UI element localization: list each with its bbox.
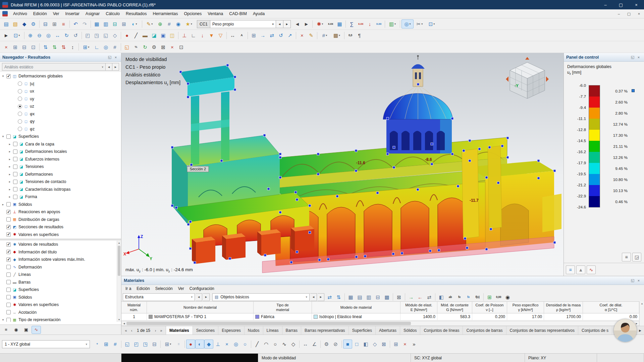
view-xy-icon[interactable]: ◰ [83, 31, 92, 40]
shadow-icon[interactable]: ◧ [361, 340, 370, 349]
dimension-icon[interactable]: ↔ [228, 31, 237, 40]
load-case-combo[interactable]: Peso propio▾ [210, 20, 276, 28]
color-scale-icon[interactable]: ▥ [386, 19, 398, 28]
load-case-next-button[interactable]: ► [283, 20, 291, 28]
tree-item[interactable]: ✱ Valores en superficies [0, 231, 121, 239]
tree-splitter[interactable] [0, 239, 121, 240]
select-icon[interactable]: ► [2, 31, 11, 40]
selection-lock-icon[interactable]: ⊘ [331, 340, 340, 349]
new-surface-icon[interactable]: ◪ [150, 31, 159, 40]
refresh-icon[interactable]: ↻ [141, 43, 150, 52]
menu-item[interactable]: Configuración [187, 286, 217, 291]
tool-icon[interactable] [340, 341, 343, 348]
expand-arrow-icon[interactable]: ▸ [7, 188, 12, 191]
prev-load-case-icon[interactable]: ◄ [293, 19, 302, 28]
grid-icon[interactable]: ⊞ [119, 19, 128, 28]
tool-icon[interactable] [80, 32, 83, 39]
menu-item[interactable]: Edición [30, 9, 50, 18]
table-category-combo[interactable]: ▤Objetos básicos▾ [212, 293, 310, 301]
load-case-prev-button[interactable]: ◄ [276, 20, 283, 28]
expand-arrow-icon[interactable]: ▸ [1, 203, 5, 206]
select-intersect-icon[interactable]: ⊟ [20, 43, 29, 52]
close-panel-icon[interactable]: × [636, 279, 642, 283]
osnap-settings-icon[interactable]: ⚙ [322, 340, 331, 349]
child-minimize-button[interactable]: – [614, 12, 624, 16]
view-mode-icon[interactable]: ◧ [437, 293, 446, 302]
table-color-icon[interactable]: ▥ [364, 293, 373, 302]
cad-line-icon[interactable]: ╱ [253, 340, 262, 349]
float-panel-icon[interactable]: ◱ [630, 55, 636, 59]
tree-item[interactable]: ▸ ◪ Cara de la capa [0, 140, 121, 148]
tree-item-checkbox[interactable] [13, 142, 17, 146]
table-sync2-icon[interactable]: ⇅ [334, 293, 343, 302]
select-previous-icon[interactable]: ⊡ [29, 43, 38, 52]
table-tab[interactable]: Conjuntos de s [578, 326, 612, 335]
loads-icon[interactable]: ↓ [365, 19, 374, 28]
block-icon[interactable]: ▩ [331, 31, 343, 40]
table-horizontal-scrollbar[interactable]: ◄ ► [121, 321, 639, 326]
snap-grid-icon[interactable]: ⊞ [80, 43, 92, 52]
nav-tab-display-icon[interactable]: ◉ [11, 326, 21, 334]
column-header[interactable]: Densidad de la masaρ [kg/m³] [544, 302, 583, 313]
line-grid-icon[interactable]: # [319, 31, 331, 40]
calculate-all-icon[interactable]: ∑ [347, 19, 356, 28]
column-header[interactable]: Peso específicoγ [kN/m³] [507, 302, 544, 313]
expand-arrow-icon[interactable]: ▾ [1, 318, 5, 321]
tool-icon[interactable] [68, 20, 71, 28]
visibility-icon[interactable]: ◉ [174, 19, 183, 28]
delete-guides-icon[interactable]: × [168, 43, 177, 52]
object-snap-mid-icon[interactable]: ◐ [195, 340, 204, 349]
expand-arrow-icon[interactable]: ▸ [7, 180, 12, 183]
tool-icon[interactable] [398, 20, 401, 28]
tree-item[interactable]: ▸ ◪ Tensiones [0, 163, 121, 171]
panel-scale-icon[interactable]: ▲ [576, 265, 585, 274]
section-plane-icon[interactable]: ⊟ [110, 19, 119, 28]
tree-item[interactable]: ▾ ◫ Deformaciones globales [0, 72, 121, 80]
grid-points-icon[interactable]: :: [174, 340, 183, 349]
import-icon[interactable]: ← [416, 293, 425, 302]
lock-y-icon[interactable]: ⇅ [50, 43, 59, 52]
tabs-scroll-right-icon[interactable]: ► [638, 328, 643, 333]
lock-x-icon[interactable]: ⇅ [41, 43, 50, 52]
menu-item[interactable]: Ir a [123, 286, 134, 291]
table-tab[interactable]: Líneas [263, 326, 282, 335]
tool-icon[interactable] [482, 293, 485, 301]
table-tab[interactable]: Secciones [193, 326, 218, 335]
table-tab[interactable]: Barras [282, 326, 301, 335]
tool-icon[interactable] [89, 20, 92, 28]
tree-item-checkbox[interactable] [6, 225, 11, 229]
first-table-icon[interactable]: « [123, 328, 128, 333]
tree-item[interactable]: ◻ φy [0, 118, 121, 125]
expand-arrow-icon[interactable]: ▸ [7, 173, 12, 176]
tree-item[interactable]: ▣ Sólidos [0, 294, 117, 301]
expand-arrow-icon[interactable]: ▸ [7, 150, 12, 153]
table-tab[interactable]: Sólidos [400, 326, 420, 335]
tree-item-checkbox[interactable] [6, 217, 11, 222]
tree-item-checkbox[interactable] [6, 303, 11, 307]
tree-item-checkbox[interactable] [13, 157, 17, 161]
tree-item[interactable]: ◆ Información del título [0, 248, 117, 256]
table-layout-icon[interactable]: ▥ [101, 19, 110, 28]
snap-icon[interactable]: + [93, 340, 102, 349]
open-file-icon[interactable]: ▧ [11, 19, 20, 28]
fx-icon[interactable]: fx [455, 293, 464, 302]
tree-item[interactable]: ◻ |u| [0, 80, 121, 88]
tree-item[interactable]: ◻ uy [0, 95, 121, 103]
tree-item-checkbox[interactable] [6, 74, 11, 78]
print-table-icon[interactable]: ⊞ [485, 293, 494, 302]
table-sync-icon[interactable]: ⇄ [325, 293, 334, 302]
tree-item[interactable]: ◻ φx [0, 110, 121, 118]
lock-free-icon[interactable]: ↕ [68, 43, 77, 52]
scroll-up-icon[interactable]: ▴ [640, 301, 644, 305]
tool-icon[interactable] [120, 341, 123, 348]
rotate-view-icon[interactable]: ↻ [62, 31, 71, 40]
menu-item[interactable]: Edición [134, 286, 152, 291]
prev-category-button[interactable]: ◄ [310, 293, 317, 301]
menu-item[interactable]: Insertar [62, 9, 82, 18]
select-window-icon[interactable]: ⊞ [11, 43, 20, 52]
new-line-icon[interactable]: ╱ [131, 31, 141, 40]
close-button[interactable]: × [629, 0, 644, 9]
tree-item-checkbox[interactable] [6, 265, 11, 269]
tree-item[interactable]: ▸ ◪ Forma [0, 193, 121, 201]
member-load-icon[interactable]: ↓ [198, 31, 207, 40]
